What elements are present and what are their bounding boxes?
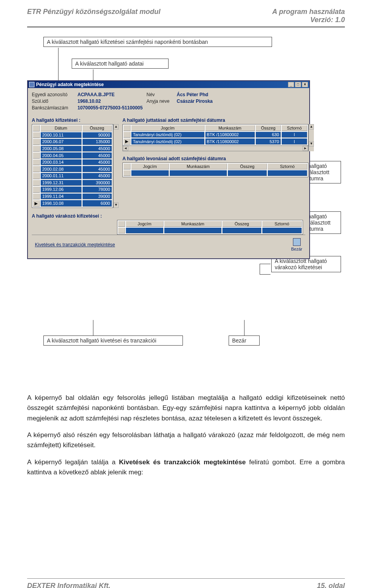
lev-col-jogcim: Jogcím [131, 164, 169, 169]
lev-col-sztorno: Sztornó [268, 164, 307, 169]
leader-line [93, 320, 93, 336]
paragraph-2: A képernyő alsó részén egy felsorolásban… [27, 430, 345, 451]
nev-label: Név [146, 92, 174, 97]
scroll-left-icon[interactable]: ◄ [123, 146, 128, 151]
var-col-sztorno: Sztornó [262, 221, 302, 227]
bank-label: Bankszámlaszám [32, 105, 74, 111]
header-right: A program használata Verzió: 1.0 [272, 8, 345, 24]
footer-page: 15. oldal [264, 582, 345, 588]
kivetesek-button[interactable]: Kivetések és tranzakciók megtekintése [35, 242, 115, 247]
scroll-down-icon[interactable]: ▼ [114, 202, 119, 208]
lev-col-munkaszam: Munkaszám [170, 164, 227, 169]
table-row[interactable]: 2000.03.1445000 [33, 159, 112, 166]
minimize-button[interactable]: _ [288, 82, 294, 87]
nev-value: Ács Péter Phd [177, 92, 208, 97]
table-row[interactable]: 1999.12.0678000 [33, 187, 112, 193]
table-row[interactable]: 2000.05.0845000 [33, 146, 112, 152]
scrollbar-vertical[interactable]: ▲ ▼ [113, 124, 119, 208]
maximize-button[interactable]: □ [295, 82, 301, 87]
var-col-munkaszam: Munkaszám [164, 221, 222, 227]
bank-value: 10700055-07275003-51100005 [78, 105, 143, 111]
table-row[interactable]: Tanulmányi ösztöndíj (02)BTK /1108000026… [124, 132, 307, 138]
leader-line [244, 320, 245, 336]
section-jutt: A hallgató juttatásai adott számfejtési … [122, 118, 314, 123]
var-col-jogcim: Jogcím [126, 221, 164, 227]
lev-col-osszeg: Összeg [228, 164, 267, 169]
scroll-right-icon[interactable]: ► [303, 146, 308, 151]
var-table[interactable]: Jogcím Munkaszám Összeg Sztornó [117, 220, 303, 235]
header-divider [27, 26, 345, 28]
egyedi-label: Egyedi azonosító [32, 92, 74, 97]
footer-left: DEXTER Informatikai Kft. [27, 582, 110, 588]
table-row[interactable]: 2000.10.1190000 [33, 132, 112, 138]
table-row[interactable]: 2000.04.0545000 [33, 152, 112, 159]
paragraph-3: A képernyő legalján találja a Kivetések … [27, 457, 345, 478]
scroll-up-icon[interactable]: ▲ [114, 124, 119, 130]
jutt-col-munkaszam: Munkaszám [205, 125, 255, 131]
leader-line [260, 274, 270, 275]
bezar-button[interactable]: Bezár [291, 238, 302, 251]
header-right-line1: A program használata [272, 8, 345, 16]
leader-line [260, 264, 260, 275]
egyedi-value: ACPAAA.B.JPTE [78, 92, 143, 97]
callout-bontas: A kiválasztott hallgató kifizetései szám… [43, 37, 272, 47]
section-lev: A hallgató levonásai adott számfejtési d… [122, 156, 314, 161]
header-left: ETR Pénzügyi közönségszolgálat modul [27, 8, 160, 24]
table-row[interactable]: ▶Tanulmányi ösztöndíj (02)BTK /110800002… [124, 138, 307, 145]
scrollbar-vertical[interactable]: ▲ ▼ [308, 124, 314, 151]
anyja-label: Anyja neve [146, 99, 174, 104]
callout-adatai: A kiválasztott hallgató adatai [72, 59, 169, 69]
jutt-col-sztorno: Sztornó [282, 125, 307, 131]
callout-kivetesei: A kiválasztott hallgató kivetései és tra… [43, 336, 183, 346]
bezar-label: Bezár [291, 247, 302, 251]
table-row[interactable]: 2000.02.0845000 [33, 166, 112, 172]
anyja-value: Császár Piroska [177, 99, 213, 104]
paragraph-1: A képernyő bal oldalán egy felsorolás je… [27, 393, 345, 424]
paragraph-3-a: A képernyő legalján találja a [27, 458, 119, 466]
lev-table[interactable]: Jogcím Munkaszám Összeg Sztornó [122, 163, 308, 177]
table-row[interactable]: 1999.12.31390000 [33, 180, 112, 186]
szul-label: Szül.idő [32, 99, 74, 104]
table-row[interactable]: 2000.01.1145000 [33, 173, 112, 179]
page-header: ETR Pénzügyi közönségszolgálat modul A p… [27, 8, 345, 24]
table-row[interactable]: 1999.11.0439000 [33, 194, 112, 200]
app-window: Pénzügyi adatok megtekintése _ □ × Egyed… [27, 80, 310, 259]
kif-col-datum: Dátum [41, 125, 82, 131]
table-row[interactable]: ▶1998.10.086000 [33, 200, 112, 207]
app-icon [29, 82, 34, 87]
close-button[interactable]: × [302, 82, 308, 87]
kif-table[interactable]: Dátum Összeg 2000.10.11900002000.06.0713… [32, 124, 113, 208]
callout-bezar: Bezár [229, 336, 260, 346]
titlebar[interactable]: Pénzügyi adatok megtekintése _ □ × [28, 81, 309, 88]
footer-divider [27, 578, 345, 579]
jutt-col-osszeg: Összeg [256, 125, 281, 131]
scrollbar-horizontal[interactable]: ◄ ► [122, 146, 308, 151]
var-col-osszeg: Összeg [222, 221, 262, 227]
section-kif: A hallgató kifizetései : [32, 118, 119, 123]
jutt-table[interactable]: Jogcím Munkaszám Összeg Sztornó Tanulmán… [122, 124, 308, 146]
body-text: A képernyő bal oldalán egy felsorolás je… [27, 393, 345, 477]
jutt-col-jogcim: Jogcím [131, 125, 205, 131]
table-row[interactable]: 2000.06.07135000 [33, 139, 112, 145]
leader-line [260, 264, 270, 264]
page-footer: DEXTER Informatikai Kft. 15. oldal Készü… [27, 582, 345, 588]
kif-col-osszeg: Összeg [83, 125, 112, 131]
diagram-area: A kiválasztott hallgató kifizetései szám… [27, 37, 345, 386]
szul-value: 1968.10.02 [78, 99, 143, 104]
scroll-up-icon[interactable]: ▲ [309, 124, 314, 130]
paragraph-3-bold: Kivetések és tranzakciók megtekintése [119, 458, 246, 466]
scroll-down-icon[interactable]: ▼ [309, 141, 314, 147]
section-var: A hallgató várakozó kifizetései : [32, 213, 305, 219]
window-title: Pénzügyi adatok megtekintése [36, 82, 104, 87]
close-door-icon [293, 238, 301, 246]
header-right-line2: Verzió: 1.0 [272, 16, 345, 24]
